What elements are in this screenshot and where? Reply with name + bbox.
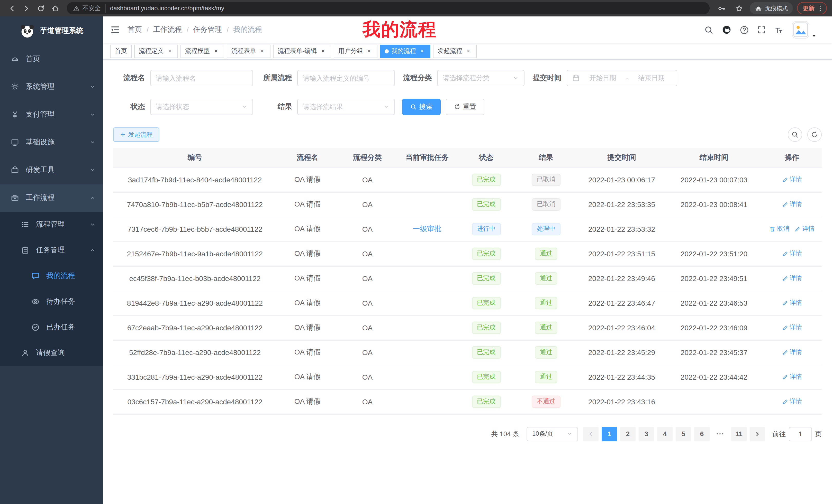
- process-name-input[interactable]: [156, 74, 247, 82]
- close-icon[interactable]: ×: [259, 48, 266, 55]
- sidebar-item-process-mgmt[interactable]: 流程管理: [0, 212, 103, 237]
- hamburger-icon[interactable]: [103, 25, 128, 35]
- tab-start-process[interactable]: 发起流程×: [433, 45, 477, 58]
- search-icon[interactable]: [704, 25, 713, 34]
- page-button-2[interactable]: 2: [620, 427, 635, 441]
- date-range-picker[interactable]: 开始日期 - 结束日期: [567, 70, 677, 86]
- cell-current-task: [396, 192, 458, 217]
- sidebar-item-leave-query[interactable]: 请假查询: [0, 340, 103, 366]
- avatar[interactable]: [792, 21, 809, 38]
- detail-link[interactable]: 详情: [782, 200, 802, 209]
- next-page-button[interactable]: [750, 427, 765, 441]
- tab-process-form-edit[interactable]: 流程表单-编辑×: [273, 45, 331, 58]
- toggle-search-button[interactable]: [788, 128, 802, 142]
- detail-link[interactable]: 详情: [782, 348, 802, 357]
- search-button[interactable]: 搜索: [402, 99, 441, 115]
- sidebar-item-task-mgmt[interactable]: 任务管理: [0, 237, 103, 263]
- sidebar-item-devtools[interactable]: 研发工具: [0, 156, 103, 184]
- breadcrumb-home[interactable]: 首页: [128, 25, 142, 34]
- breadcrumb-task-mgmt[interactable]: 任务管理: [193, 25, 222, 34]
- app-logo[interactable]: 芋道管理系统: [0, 17, 103, 45]
- col-end-time: 结束时间: [666, 148, 762, 167]
- detail-link[interactable]: 详情: [782, 249, 802, 258]
- sidebar-item-my-process[interactable]: 我的流程: [0, 263, 103, 289]
- address-bar[interactable]: 不安全 dashboard.yudao.iocoder.cn/bpm/task/…: [67, 2, 710, 15]
- forward-button[interactable]: [20, 2, 33, 15]
- result-badge: 通过: [535, 346, 557, 358]
- start-process-button[interactable]: 发起流程: [113, 128, 159, 142]
- close-icon[interactable]: ×: [166, 48, 173, 55]
- sidebar-item-home[interactable]: 首页: [0, 45, 103, 73]
- result-select[interactable]: 请选择流结果: [297, 99, 395, 115]
- category-select[interactable]: 请选择流程分类: [437, 70, 524, 86]
- breadcrumb-workflow[interactable]: 工作流程: [153, 25, 182, 34]
- chevron-down-icon: [383, 104, 389, 110]
- caret-down-icon: [811, 33, 816, 38]
- bookmark-star-icon[interactable]: [732, 2, 746, 15]
- sidebar-item-payment[interactable]: 支付管理: [0, 101, 103, 129]
- cancel-link[interactable]: 取消: [769, 225, 789, 233]
- table-toolbar: 发起流程: [113, 128, 822, 142]
- security-chip[interactable]: 不安全: [73, 4, 106, 12]
- page-button-1[interactable]: 1: [602, 427, 617, 441]
- incognito-badge[interactable]: 无痕模式: [750, 2, 793, 15]
- page-button-4[interactable]: 4: [657, 427, 673, 441]
- question-icon[interactable]: [740, 25, 749, 34]
- detail-link[interactable]: 详情: [782, 299, 802, 307]
- status-select[interactable]: 请选择状态: [150, 99, 253, 115]
- sidebar-item-workflow[interactable]: 工作流程: [0, 184, 103, 212]
- sidebar-item-system[interactable]: 系统管理: [0, 73, 103, 101]
- sidebar-item-infra[interactable]: 基础设施: [0, 129, 103, 156]
- user-menu[interactable]: [792, 21, 816, 38]
- cell-status: 已完成: [458, 266, 515, 291]
- page-size-select[interactable]: 10条/页: [526, 427, 578, 441]
- cell-category: OA: [338, 192, 396, 217]
- reset-button[interactable]: 重置: [446, 99, 485, 115]
- total-count: 共 104 条: [491, 429, 519, 439]
- cell-result: 通过: [515, 365, 577, 389]
- current-task-link[interactable]: 一级审批: [413, 225, 441, 233]
- refresh-table-button[interactable]: [807, 128, 822, 142]
- tab-process-definition[interactable]: 流程定义×: [134, 45, 178, 58]
- page-button-5[interactable]: 5: [676, 427, 691, 441]
- detail-link[interactable]: 详情: [782, 397, 802, 406]
- goto-page-input[interactable]: [789, 427, 812, 441]
- close-icon[interactable]: ×: [319, 48, 327, 55]
- process-definition-input[interactable]: [303, 74, 389, 82]
- back-button[interactable]: [5, 2, 19, 15]
- page-button-6[interactable]: 6: [694, 427, 710, 441]
- detail-link[interactable]: 详情: [782, 274, 802, 283]
- fullscreen-icon[interactable]: [757, 26, 766, 34]
- detail-link[interactable]: 详情: [782, 373, 802, 382]
- tab-my-process[interactable]: 我的流程×: [380, 45, 431, 58]
- page-button-3[interactable]: 3: [639, 427, 654, 441]
- detail-link[interactable]: 详情: [782, 324, 802, 332]
- detail-link[interactable]: 详情: [782, 175, 802, 184]
- update-pill[interactable]: 更新: [797, 2, 827, 15]
- page-ellipsis[interactable]: ···: [713, 430, 728, 438]
- tab-process-form[interactable]: 流程表单×: [227, 45, 270, 58]
- reload-button[interactable]: [34, 2, 47, 15]
- tab-home[interactable]: 首页: [110, 45, 132, 58]
- close-icon[interactable]: ×: [212, 48, 219, 55]
- prev-page-button[interactable]: [583, 427, 599, 441]
- sidebar-item-todo-tasks[interactable]: 待办任务: [0, 289, 103, 314]
- kebab-menu-icon[interactable]: [816, 5, 824, 12]
- key-icon[interactable]: [715, 2, 728, 15]
- sidebar-item-done-tasks[interactable]: 已办任务: [0, 314, 103, 340]
- close-icon[interactable]: ×: [419, 48, 426, 55]
- tab-process-model[interactable]: 流程模型×: [181, 45, 224, 58]
- close-icon[interactable]: ×: [366, 48, 373, 55]
- table-header-row: 编号 流程名 流程分类 当前审批任务 状态 结果 提交时间 结束时间 操作: [113, 148, 822, 167]
- home-button[interactable]: [48, 2, 62, 15]
- navbar: 首页 / 工作流程 / 任务管理 / 我的流程 我的流程: [103, 17, 832, 43]
- dashboard-icon: [10, 55, 20, 63]
- font-size-icon[interactable]: [774, 25, 783, 34]
- close-icon[interactable]: ×: [465, 48, 472, 55]
- page-button-11[interactable]: 11: [731, 427, 747, 441]
- chat-icon: [31, 272, 40, 280]
- cell-category: OA: [338, 167, 396, 192]
- detail-link[interactable]: 详情: [795, 225, 814, 233]
- tab-user-group[interactable]: 用户分组×: [334, 45, 378, 58]
- github-icon[interactable]: [722, 25, 731, 34]
